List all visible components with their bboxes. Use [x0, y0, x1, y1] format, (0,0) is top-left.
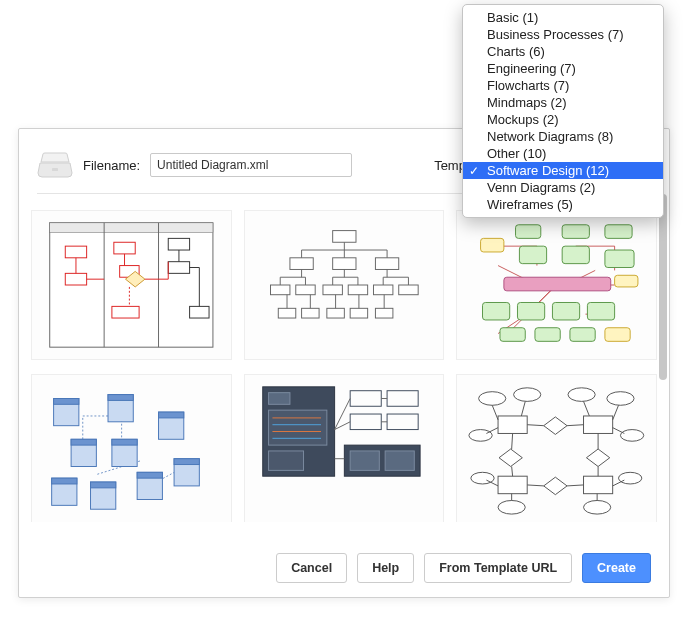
svg-rect-50 [71, 439, 96, 445]
dropdown-item-label: Charts (6) [487, 44, 545, 59]
template-thumbnail[interactable] [456, 374, 657, 522]
svg-rect-35 [504, 277, 611, 291]
svg-rect-65 [268, 410, 326, 445]
dropdown-item[interactable]: ✓Software Design (12) [463, 162, 663, 179]
svg-rect-10 [168, 238, 189, 250]
scrollbar-thumb[interactable] [659, 194, 667, 380]
dropdown-item[interactable]: Other (10) [463, 145, 663, 162]
svg-rect-80 [498, 476, 527, 493]
svg-point-89 [619, 472, 642, 484]
svg-rect-29 [516, 225, 541, 239]
dropdown-item[interactable]: Charts (6) [463, 43, 663, 60]
svg-rect-27 [375, 308, 392, 318]
svg-rect-6 [65, 273, 86, 285]
template-thumbnail[interactable] [31, 374, 232, 522]
svg-rect-9 [112, 306, 139, 318]
help-button[interactable]: Help [357, 553, 414, 583]
svg-rect-78 [498, 416, 527, 433]
svg-rect-64 [268, 393, 289, 405]
svg-rect-58 [91, 482, 116, 488]
svg-rect-20 [348, 285, 367, 295]
svg-rect-21 [373, 285, 392, 295]
svg-rect-79 [584, 416, 613, 433]
dropdown-item-label: Business Processes (7) [487, 27, 624, 42]
svg-rect-81 [584, 476, 613, 493]
svg-rect-73 [350, 414, 381, 430]
svg-rect-23 [278, 308, 295, 318]
dropdown-item-label: Flowcharts (7) [487, 78, 569, 93]
check-icon: ✓ [469, 164, 479, 178]
svg-rect-42 [535, 328, 560, 342]
svg-rect-43 [570, 328, 595, 342]
dropdown-item-label: Engineering (7) [487, 61, 576, 76]
svg-rect-30 [562, 225, 589, 239]
dropdown-item[interactable]: Network Diagrams (8) [463, 128, 663, 145]
template-thumbnail[interactable] [244, 210, 445, 360]
svg-rect-44 [605, 328, 630, 342]
svg-rect-14 [290, 258, 313, 270]
svg-rect-70 [268, 451, 303, 470]
svg-rect-36 [483, 302, 510, 319]
svg-rect-12 [190, 306, 209, 318]
dialog-footer: Cancel Help From Template URL Create [276, 553, 651, 583]
dropdown-item-label: Software Design (12) [487, 163, 609, 178]
svg-rect-52 [112, 439, 137, 445]
svg-rect-11 [168, 262, 189, 274]
dropdown-item[interactable]: Business Processes (7) [463, 26, 663, 43]
svg-rect-7 [114, 242, 135, 254]
dropdown-item-label: Mockups (2) [487, 112, 559, 127]
svg-point-91 [584, 500, 611, 514]
dropdown-item[interactable]: Mockups (2) [463, 111, 663, 128]
create-button[interactable]: Create [582, 553, 651, 583]
svg-rect-17 [270, 285, 289, 295]
svg-rect-60 [137, 472, 162, 478]
svg-rect-62 [174, 459, 199, 465]
template-thumbnail[interactable] [244, 374, 445, 522]
filename-input[interactable] [150, 153, 352, 177]
dropdown-item-label: Mindmaps (2) [487, 95, 566, 110]
svg-rect-0 [52, 168, 58, 171]
svg-rect-15 [332, 258, 355, 270]
dropdown-item-label: Venn Diagrams (2) [487, 180, 595, 195]
svg-rect-38 [553, 302, 580, 319]
dropdown-item[interactable]: Venn Diagrams (2) [463, 179, 663, 196]
svg-rect-74 [387, 414, 418, 430]
filename-label: Filename: [83, 158, 140, 173]
svg-rect-5 [65, 246, 86, 258]
template-scroll-area[interactable] [19, 194, 669, 522]
scrollbar[interactable] [659, 194, 667, 522]
disk-icon [37, 151, 73, 179]
svg-point-90 [498, 500, 525, 514]
cancel-button[interactable]: Cancel [276, 553, 347, 583]
template-thumbnail[interactable] [31, 210, 232, 360]
svg-rect-25 [327, 308, 344, 318]
svg-rect-19 [323, 285, 342, 295]
dropdown-item[interactable]: Flowcharts (7) [463, 77, 663, 94]
svg-rect-24 [301, 308, 318, 318]
dropdown-item-label: Wireframes (5) [487, 197, 573, 212]
template-thumbnail[interactable] [456, 210, 657, 360]
svg-rect-16 [375, 258, 398, 270]
dropdown-item[interactable]: Mindmaps (2) [463, 94, 663, 111]
svg-rect-13 [332, 231, 355, 243]
dropdown-item[interactable]: Wireframes (5) [463, 196, 663, 213]
templates-dropdown[interactable]: Basic (1)Business Processes (7)Charts (6… [462, 4, 664, 218]
dropdown-item[interactable]: Engineering (7) [463, 60, 663, 77]
from-template-url-button[interactable]: From Template URL [424, 553, 572, 583]
svg-point-87 [621, 430, 644, 442]
dropdown-item[interactable]: Basic (1) [463, 9, 663, 26]
svg-rect-46 [54, 398, 79, 404]
svg-rect-72 [387, 391, 418, 407]
svg-rect-41 [500, 328, 525, 342]
svg-point-83 [514, 388, 541, 402]
svg-rect-32 [520, 246, 547, 263]
dropdown-item-label: Other (10) [487, 146, 546, 161]
svg-point-85 [607, 392, 634, 406]
svg-rect-22 [398, 285, 417, 295]
svg-rect-40 [615, 275, 638, 287]
dropdown-item-label: Basic (1) [487, 10, 538, 25]
svg-rect-39 [588, 302, 615, 319]
dropdown-item-label: Network Diagrams (8) [487, 129, 613, 144]
svg-rect-28 [481, 238, 504, 252]
svg-rect-34 [605, 250, 634, 267]
